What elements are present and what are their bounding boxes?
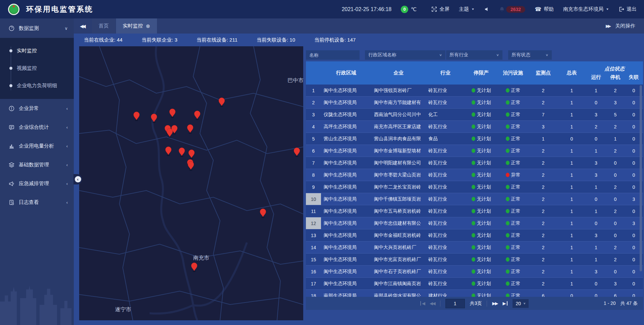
- table-row[interactable]: 16阆中生态环境局阆中市石子页岩机砖厂砖瓦行业无计划正常21300: [306, 266, 643, 278]
- table-row[interactable]: 4高坪生态环境局南充市高坪区王家店建砖瓦行业无计划正常31220: [306, 121, 643, 133]
- status-dot-green: [506, 209, 509, 213]
- sidebar-item-日志查看[interactable]: 日志查看‹: [0, 193, 74, 212]
- sidebar-item-视频监控[interactable]: 视频监控: [0, 59, 74, 77]
- row-run-count: 1: [586, 145, 606, 157]
- row-facility-status: 正常: [497, 254, 529, 265]
- sidebar-item-企业电力负荷明细[interactable]: 企业电力负荷明细: [0, 77, 74, 94]
- status-dot-green: [472, 100, 475, 105]
- map-location-pin[interactable]: [179, 148, 185, 157]
- org-dropdown[interactable]: 南充市生态环境局 ▼: [563, 6, 609, 12]
- page-number-input[interactable]: [445, 299, 465, 308]
- table-row[interactable]: 18南部生态环境局南部县砖华水泥有限公建材行业无计划正常60060: [306, 290, 643, 297]
- table-row[interactable]: 6阆中生态环境局阆中市金博瑞新型墙材砖瓦行业无计划正常21120: [306, 145, 643, 157]
- status-text: 无计划: [477, 208, 491, 214]
- row-region: 阆中生态环境局: [321, 278, 371, 289]
- map-location-pin[interactable]: [191, 263, 197, 272]
- page-size-select[interactable]: 20 ∨: [513, 299, 529, 308]
- map-location-pin[interactable]: [219, 98, 225, 107]
- speaker-icon: [484, 6, 490, 12]
- chevron-down-icon: ∨: [545, 53, 548, 57]
- table-row[interactable]: 3仪陇生态环境局西南油气田分公司川中化工无计划正常71350: [306, 109, 643, 121]
- map-location-pin[interactable]: [260, 209, 266, 218]
- theme-dropdown[interactable]: 主题 ▼: [459, 6, 475, 12]
- map-rivers: [150, 46, 247, 320]
- map-panel[interactable]: 巴中市南充市遂宁市: [79, 46, 303, 320]
- status-text: 正常: [511, 136, 521, 142]
- prev-page-button[interactable]: ◀◀: [430, 301, 435, 306]
- row-company: 南充市高坪区王家店建: [371, 121, 426, 132]
- row-region: 阆中生态环境局: [321, 217, 371, 229]
- tabs-scroll-left-button[interactable]: ◀◀: [74, 18, 92, 34]
- tab-实时监控[interactable]: 实时监控⊗: [116, 18, 157, 34]
- row-stop-status: 无计划: [465, 145, 497, 157]
- stat-label: 当前失联设备:: [257, 37, 289, 43]
- name-filter-input[interactable]: [306, 50, 360, 60]
- first-page-button[interactable]: ◀: [420, 301, 425, 306]
- status-dot-green: [472, 137, 475, 141]
- table-row[interactable]: 17阆中生态环境局阆中市江南镇阆南页岩砖瓦行业无计划正常21030: [306, 278, 643, 290]
- row-meter-count: 1: [557, 121, 586, 132]
- map-location-pin[interactable]: [165, 147, 171, 156]
- notification-area[interactable]: 2632: [499, 6, 525, 13]
- sidebar-item-基础数据管理[interactable]: 基础数据管理‹: [0, 155, 74, 174]
- status-dot-green: [472, 221, 475, 225]
- table-row[interactable]: 14阆中生态环境局阆中大兴页岩机砖厂砖瓦行业无计划正常21120: [306, 241, 643, 254]
- sidebar-item-实时监控[interactable]: 实时监控: [0, 42, 74, 59]
- fullscreen-button[interactable]: 全屏: [431, 6, 449, 12]
- map-location-pin[interactable]: [133, 112, 140, 121]
- mute-speaker-button[interactable]: [484, 6, 490, 12]
- map-location-pin[interactable]: [194, 111, 200, 120]
- status-filter-select[interactable]: 所有状态 ∨: [508, 50, 552, 60]
- row-halt-count: 0: [606, 266, 625, 277]
- map-location-pin[interactable]: [169, 109, 175, 118]
- table-row[interactable]: 2阆中生态环境局阆中市南方节能建材有砖瓦行业无计划正常21030: [306, 97, 643, 109]
- row-company: 阆中明阳建材有限公司: [371, 157, 426, 169]
- close-operations-label: 关闭操作: [615, 23, 635, 29]
- map-location-pin[interactable]: [187, 124, 193, 134]
- city-skyline-watermark: [0, 271, 74, 325]
- logout-button[interactable]: 退出: [619, 6, 637, 12]
- stat-value: 10: [289, 37, 295, 43]
- help-button[interactable]: ☎ 帮助: [535, 6, 554, 12]
- row-number: 3: [306, 109, 321, 120]
- tab-首页[interactable]: 首页: [92, 18, 115, 34]
- table-row[interactable]: 1阆中生态环境局阆中强锐页岩砖厂砖瓦行业无计划正常21120: [306, 85, 643, 97]
- last-page-button[interactable]: ▶: [502, 301, 507, 306]
- status-filter-value: 所有状态: [512, 52, 530, 58]
- region-filter-select[interactable]: 行政区域名称 ∨: [365, 50, 445, 60]
- table-row[interactable]: 10阆中生态环境局阆中千佛镇五郎垭页岩砖瓦行业无计划正常21003: [306, 193, 643, 205]
- table-row[interactable]: 7阆中生态环境局阆中明阳建材有限公司砖瓦行业无计划正常21300: [306, 157, 643, 169]
- table-row[interactable]: 5营山生态环境局营山县润丰肉食品有限食品无计划正常10010: [306, 133, 643, 145]
- row-industry: 砖瓦行业: [426, 169, 465, 181]
- table-row[interactable]: 9阆中生态环境局阆中市二龙长宝页岩砖砖瓦行业无计划正常21120: [306, 181, 643, 193]
- row-stop-status: 无计划: [465, 181, 497, 193]
- industry-filter-select[interactable]: 所有行业 ∨: [446, 50, 502, 60]
- status-text: 无计划: [477, 293, 491, 297]
- map-location-pin[interactable]: [189, 150, 195, 159]
- close-icon[interactable]: ⊗: [146, 23, 150, 29]
- close-operations-button[interactable]: ▶▶ 关闭操作: [606, 18, 644, 34]
- status-text: 无计划: [477, 124, 491, 130]
- map-location-pin[interactable]: [294, 148, 300, 157]
- next-page-button[interactable]: ▶▶: [492, 301, 497, 306]
- table-row[interactable]: 15阆中生态环境局阆中市光富页岩机砖厂砖瓦行业无计划正常21120: [306, 254, 643, 266]
- table-row[interactable]: 12阆中生态环境局阆中市忠信建材有限公砖瓦行业无计划正常21003: [306, 217, 643, 229]
- sidebar-item-企业综合统计[interactable]: 企业综合统计‹: [0, 118, 74, 137]
- sidebar-item-应急减排管理[interactable]: 应急减排管理‹: [0, 174, 74, 193]
- row-number: 2: [306, 97, 321, 108]
- layers-icon: [9, 162, 14, 168]
- table-row[interactable]: 8阆中生态环境局阆中市枣碧大梁山页岩砖瓦行业无计划异常21300: [306, 169, 643, 181]
- stat-label: 当前在线设备:: [197, 37, 229, 43]
- sidebar-item-数据监测[interactable]: 数据监测∨: [0, 18, 74, 38]
- sidebar-item-企业异常[interactable]: 企业异常‹: [0, 99, 74, 118]
- status-text: 正常: [511, 232, 521, 238]
- table-row[interactable]: 11阆中生态环境局阆中市五马桥页岩机砖砖瓦行业无计划正常21120: [306, 205, 643, 217]
- table-row[interactable]: 13阆中生态环境局阆中市金福旺页岩机砖砖瓦行业无计划正常21300: [306, 229, 643, 241]
- map-location-pin[interactable]: [188, 161, 194, 171]
- sidebar-item-label: 企业综合统计: [19, 124, 49, 130]
- sidebar-item-企业用电量分析[interactable]: 企业用电量分析‹: [0, 137, 74, 155]
- scrollbar-thumb[interactable]: [640, 85, 642, 271]
- row-run-count: 3: [586, 109, 606, 120]
- row-meter-count: 1: [557, 85, 586, 96]
- col-industry: 行业: [426, 61, 465, 85]
